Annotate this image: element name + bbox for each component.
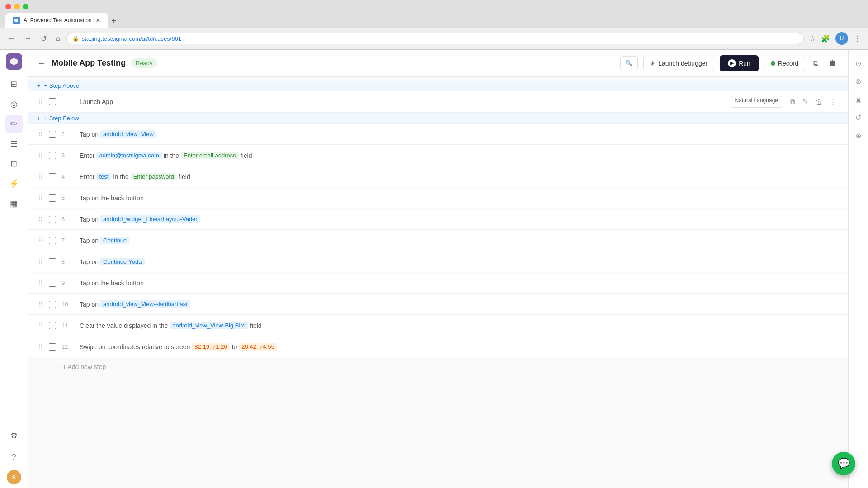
right-panel-btn-4[interactable]: ↺ [850,109,867,126]
address-bar[interactable]: 🔒 [66,33,804,44]
right-panel-btn-5[interactable]: ⊕ [850,128,867,144]
step-element-ref: admin@testsigma.com [96,152,161,159]
step-checkbox[interactable] [49,237,56,244]
steps-area[interactable]: + + Step Above ⠿ Launch App Natural Lang… [28,77,848,488]
step-number: 9 [61,280,74,286]
table-row: ⠿ 10 Tap on android_view_View-slartibart… [28,294,848,315]
step-checkbox[interactable] [49,280,56,287]
right-panel-btn-1[interactable]: ⊙ [850,55,867,71]
step-checkbox[interactable] [49,173,56,180]
maximize-button[interactable] [23,4,28,9]
back-button[interactable]: ← [37,58,46,68]
home-button[interactable]: ⌂ [53,33,63,44]
drag-handle-icon[interactable]: ⠿ [37,151,43,160]
drag-handle-icon[interactable]: ⠿ [37,300,43,309]
drag-handle-icon[interactable]: ⠿ [37,97,43,106]
drag-handle-icon[interactable]: ⠿ [37,130,43,139]
step-copy-button[interactable]: ⧉ [788,96,798,108]
step-keyword: Swipe on coordinates relative to screen [80,343,190,351]
drag-handle-icon[interactable]: ⠿ [37,279,43,288]
step-element-ref: android_widget_LinearLayout-Vader [100,215,200,223]
explore-icon: ◎ [10,99,18,109]
sidebar-item-chart[interactable]: ▦ [5,194,23,213]
sidebar-item-list[interactable]: ☰ [5,135,23,153]
step-delete-button[interactable]: 🗑 [813,96,825,108]
menu-icon[interactable]: ⋮ [852,30,863,47]
add-step-row[interactable]: + + Add new step [28,358,848,376]
table-row: ⠿ 8 Tap on Continue-Yoda [28,251,848,272]
drag-handle-icon[interactable]: ⠿ [37,257,43,266]
back-nav-button[interactable]: ← [5,33,18,44]
drag-handle-icon[interactable]: ⠿ [37,215,43,224]
active-tab[interactable]: AI Powered Test Automation ✕ [5,13,108,28]
copy-icon-button[interactable]: ⧉ [811,57,821,70]
delete-header-button[interactable]: 🗑 [826,57,839,70]
step-content: Tap on the back button [80,194,839,202]
step-number: 4 [61,173,74,180]
minimize-button[interactable] [14,4,20,9]
profile-icon[interactable]: U [834,30,850,47]
tab-close-icon[interactable]: ✕ [95,17,101,24]
step-checkbox[interactable] [49,194,56,202]
new-tab-button[interactable]: + [108,14,120,28]
debugger-icon: ✳ [650,60,656,67]
step-element-ref: android_view_View-slartibartfast [100,300,190,308]
table-row: ⠿ 3 Enter admin@testsigma.com in the Ent… [28,145,848,166]
step-checkbox[interactable] [49,98,56,105]
step-number: 10 [61,301,74,308]
sidebar-item-lightning[interactable]: ⚡ [5,175,23,193]
chat-fab-button[interactable]: 💬 [832,452,855,475]
sidebar-item-settings[interactable]: ⚙ [5,426,23,445]
app-logo[interactable] [6,53,22,70]
sidebar-item-explore[interactable]: ◎ [5,95,23,113]
drag-handle-icon[interactable]: ⠿ [37,194,43,203]
step-field-ref: Enter password [131,173,177,180]
reload-button[interactable]: ↺ [38,33,49,45]
step-checkbox[interactable] [49,131,56,138]
step-element-ref: Continue [100,237,129,244]
page-header: ← Mobile App Testing Ready 🔍 ✳ Launch de… [28,50,848,77]
step-checkbox[interactable] [49,343,56,351]
drag-handle-icon[interactable]: ⠿ [37,172,43,181]
step-checkbox[interactable] [49,258,56,265]
step-number: 12 [61,343,74,350]
step-checkbox[interactable] [49,301,56,308]
browser-toolbar: ← → ↺ ⌂ 🔒 ☆ 🧩 U ⋮ [0,28,868,50]
browser-titlebar [0,0,868,13]
bookmark-icon[interactable]: ☆ [807,30,817,47]
right-panel-btn-3[interactable]: ◉ [850,91,867,108]
drag-handle-icon[interactable]: ⠿ [37,236,43,245]
step-more-button[interactable]: ⋮ [827,96,839,108]
step-checkbox[interactable] [49,322,56,329]
add-step-label: + Add new step [62,363,106,370]
step-number: 3 [61,152,74,159]
sidebar-item-editor[interactable]: ✏ [5,115,23,133]
step-below-insert[interactable]: + + Step Below [28,113,848,124]
right-panel-btn-2[interactable]: ⚙ [850,73,867,90]
address-input[interactable] [82,35,798,42]
launch-debugger-button[interactable]: ✳ Launch debugger [643,56,714,71]
forward-nav-button[interactable]: → [22,33,34,44]
sidebar-item-help[interactable]: ? [5,448,23,466]
plus-above-icon: + [37,82,41,89]
close-button[interactable] [5,4,11,9]
step-above-insert[interactable]: + + Step Above [28,81,848,91]
user-avatar-sidebar[interactable]: S [7,470,21,484]
chart-icon: ▦ [10,199,18,208]
search-button[interactable]: 🔍 [620,56,638,70]
panel-icon-5: ⊕ [855,132,861,140]
sidebar-item-blocks[interactable]: ⊡ [5,155,23,173]
record-button[interactable]: Record [764,56,805,71]
step-checkbox[interactable] [49,152,56,159]
step-number: 2 [61,131,74,137]
step-edit-button[interactable]: ✎ [800,96,811,108]
step-keyword: Enter [80,173,94,180]
drag-handle-icon[interactable]: ⠿ [37,342,43,351]
extension-icon[interactable]: 🧩 [819,30,832,47]
step-text: Tap on the back button [80,280,144,287]
sidebar-item-dashboard[interactable]: ⊞ [5,75,23,93]
app-container: ⊞ ◎ ✏ ☰ ⊡ ⚡ ▦ ⚙ ? S [0,50,868,488]
drag-handle-icon[interactable]: ⠿ [37,321,43,330]
step-checkbox[interactable] [49,216,56,223]
run-button[interactable]: ▶ Run [720,55,759,71]
